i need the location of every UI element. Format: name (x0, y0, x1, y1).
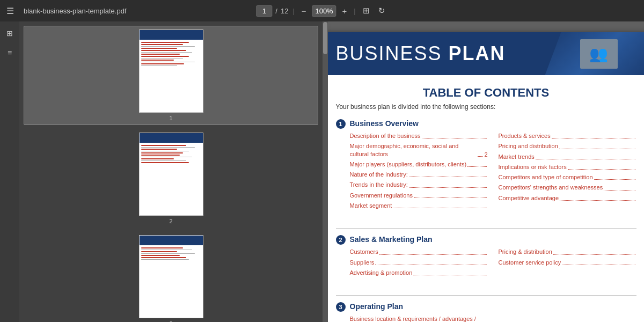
page-input[interactable] (256, 5, 272, 17)
toc-item: Nature of the industry: (350, 171, 488, 178)
toc-item-text: Suppliers (350, 259, 375, 266)
toc-item-text: Competitive advantage (499, 194, 559, 202)
toc-dots (413, 275, 486, 275)
toc-item-text: Products & services (499, 132, 551, 140)
section-2: 2 Sales & Marketing Plan Customers Suppl… (336, 235, 636, 288)
toc-dots (560, 200, 635, 201)
toc-item-text: Competitors and type of competition (499, 173, 593, 181)
toc-dots (553, 254, 635, 255)
section-1-right: Products & services Pricing and distribu… (499, 132, 636, 212)
fit-page-button[interactable]: ⊞ (360, 4, 372, 17)
thumb-header-3 (140, 236, 203, 245)
menu-icon[interactable]: ☰ (6, 6, 14, 16)
section-1-left: Description of the business Major demogr… (350, 132, 488, 212)
thumbnail-2[interactable]: 2 (24, 129, 318, 228)
toc-item: Customers (350, 248, 488, 255)
bp-content: TABLE OF CONTENTS Your business plan is … (328, 75, 644, 322)
toc-item: Suppliers (350, 259, 488, 266)
pdf-page: BUSINESS PLAN 👥 TABLE OF CONTENTS Your b… (328, 32, 644, 322)
thumb-img-2 (139, 133, 203, 216)
toolbar-divider-2: | (354, 7, 355, 15)
thumb-header-1 (140, 30, 203, 40)
toc-item-text: Business location & requirements / advan… (350, 315, 477, 322)
section-2-content: Sales & Marketing Plan Customers Supplie… (350, 235, 636, 288)
toc-item: Competitive advantage (499, 194, 636, 202)
toc-item-text: Trends in the industry: (350, 181, 408, 188)
scrollbar-thumb[interactable] (323, 22, 327, 54)
toc-item: Competitors and type of competition (499, 173, 636, 181)
toc-num: 2 (484, 151, 487, 158)
thumbnail-3[interactable]: 3 (24, 232, 318, 322)
toc-item-text: Competitors' strengths and weaknesses (499, 184, 603, 191)
sidebar-scrollbar[interactable] (323, 21, 328, 322)
thumb-body-3 (140, 245, 203, 318)
toc-item: Market trends (499, 153, 636, 160)
toc-dots (393, 208, 486, 208)
zoom-out-button[interactable]: − (299, 5, 309, 17)
toc-dots (604, 190, 635, 191)
section-2-badge: 2 (336, 235, 346, 245)
thumbnail-icon[interactable]: ⊞ (4, 27, 15, 40)
page-separator: / (275, 7, 277, 15)
toc-item: Competitors' strengths and weaknesses (499, 184, 636, 191)
rotate-button[interactable]: ↻ (376, 4, 388, 17)
toc-dots (559, 149, 635, 149)
bp-header-photo: 👥 (580, 39, 618, 69)
divider-1 (336, 228, 636, 229)
section-3-heading: Operating Plan (350, 302, 636, 311)
section-2-heading: Sales & Marketing Plan (350, 235, 636, 244)
toc-item: Pricing & distribution (499, 248, 636, 255)
section-1-columns: Description of the business Major demogr… (350, 132, 636, 212)
thumbnail-1[interactable]: 1 (24, 26, 318, 125)
toolbar-divider-1: | (292, 7, 294, 15)
toc-dots (409, 177, 487, 177)
section-2-left: Customers Suppliers Advertising & promot… (350, 248, 488, 279)
toc-item-text: Market trends (499, 153, 535, 160)
bp-title: BUSINESS PLAN (328, 42, 506, 65)
toc-item: Government regulations (350, 192, 488, 199)
main-area: ⊞ ≡ (0, 21, 644, 322)
thumb-number-1: 1 (169, 115, 172, 121)
toc-item-text: Pricing & distribution (499, 248, 552, 255)
zoom-input[interactable] (312, 5, 336, 17)
section-1-heading: Business Overview (350, 119, 636, 128)
thumb-body-1 (140, 40, 203, 112)
toc-item: Customer service policy (499, 259, 636, 266)
toc-dots (478, 156, 483, 157)
toc-item: Major players (suppliers, distributors, … (350, 160, 488, 168)
toc-dots (422, 138, 487, 138)
section-3-right (499, 315, 636, 322)
toc-dots (594, 179, 635, 180)
filename-label: blank-business-plan-template.pdf (24, 7, 127, 15)
section-2-right: Pricing & distribution Customer service … (499, 248, 636, 279)
pdf-area[interactable]: BUSINESS PLAN 👥 TABLE OF CONTENTS Your b… (328, 21, 644, 322)
toc-item: Advertising & promotion (350, 269, 488, 276)
section-1: 1 Business Overview Description of the b… (336, 119, 636, 221)
layers-icon[interactable]: ≡ (5, 46, 14, 59)
thumb-img-1 (139, 30, 203, 113)
toc-item: Major demographic, economic, social and … (350, 142, 488, 158)
toc-dots (562, 265, 635, 265)
toc-dots (467, 166, 486, 167)
thumb-header-2 (140, 133, 203, 143)
toc-item-text: Nature of the industry: (350, 171, 408, 178)
toc-title: TABLE OF CONTENTS (336, 86, 636, 100)
toc-subtitle: Your business plan is divided into the f… (336, 103, 636, 111)
divider-2 (336, 295, 636, 296)
toc-item-text: Pricing and distribution (499, 142, 558, 150)
toc-dots (375, 265, 486, 265)
bp-header-accent: 👥 (545, 32, 645, 75)
toolbar: ☰ blank-business-plan-template.pdf / 12 … (0, 0, 644, 21)
toc-item: Market segment (350, 202, 488, 209)
section-3-badge: 3 (336, 302, 346, 312)
zoom-in-button[interactable]: + (340, 5, 350, 17)
toc-item: Description of the business (350, 132, 488, 140)
section-3: 3 Operating Plan Business location & req… (336, 302, 636, 322)
toc-item: Trends in the industry: (350, 181, 488, 188)
toc-item-text: Government regulations (350, 192, 413, 199)
sidebar-thumbnails: 1 2 (19, 21, 323, 322)
page-total: 12 (281, 7, 288, 15)
toc-item-text: Market segment (350, 202, 392, 209)
page-controls: / 12 | − + | ⊞ ↻ (256, 4, 387, 17)
toc-dots (536, 159, 635, 159)
